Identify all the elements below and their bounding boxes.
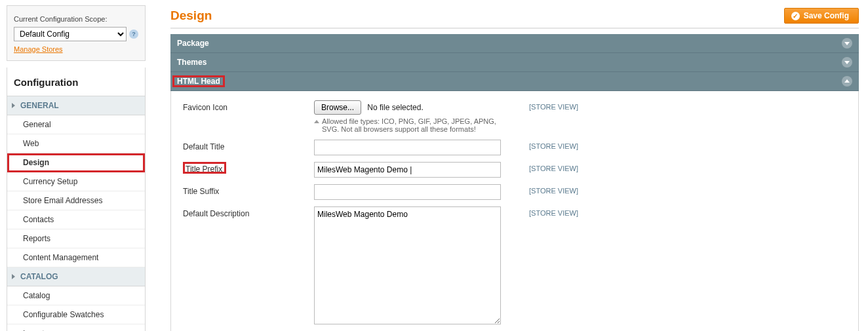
nav-section-label: CATALOG [20, 272, 58, 281]
nav-item-store-email-addresses[interactable]: Store Email Addresses [7, 191, 145, 210]
chevron-right-icon [12, 274, 15, 279]
save-config-button[interactable]: ✓ Save Config [784, 8, 859, 24]
html-head-body: Favicon Icon Browse... No file selected.… [170, 91, 859, 331]
sidebar-title: Configuration [14, 77, 138, 88]
nav-item-inventory[interactable]: Inventory [7, 324, 145, 331]
title-suffix-input[interactable] [314, 184, 501, 200]
scope-select[interactable]: Default Config [14, 27, 127, 41]
favicon-file-status: No file selected. [367, 103, 423, 112]
chevron-down-icon [842, 57, 852, 68]
accordion-head-label: Themes [177, 58, 207, 67]
default-description-scope: [STORE VIEW] [529, 206, 578, 217]
title-suffix-scope: [STORE VIEW] [529, 184, 578, 195]
title-prefix-label: Title Prefix [183, 162, 226, 174]
save-config-label: Save Config [804, 11, 849, 20]
favicon-browse-button[interactable]: Browse... [314, 100, 361, 115]
nav-item-catalog[interactable]: Catalog [7, 286, 145, 305]
accordion-head-html-head[interactable]: HTML Head [170, 72, 859, 91]
nav-section[interactable]: CATALOG [7, 267, 145, 286]
check-icon: ✓ [791, 12, 800, 20]
nav-item-general[interactable]: General [7, 115, 145, 134]
accordion-head-label: Package [177, 39, 209, 48]
chevron-right-icon [12, 103, 15, 108]
hint-caret-icon [314, 120, 319, 123]
accordion-head-package[interactable]: Package [170, 34, 859, 53]
default-title-label: Default Title [183, 140, 314, 151]
default-title-input[interactable] [314, 140, 501, 155]
chevron-down-icon [842, 38, 852, 49]
help-icon[interactable]: ? [129, 29, 138, 39]
divider [170, 28, 859, 29]
nav-item-design[interactable]: Design [7, 153, 145, 172]
title-prefix-input[interactable] [314, 162, 501, 178]
favicon-scope: [STORE VIEW] [529, 100, 578, 111]
title-prefix-scope: [STORE VIEW] [529, 162, 578, 172]
nav-item-contacts[interactable]: Contacts [7, 210, 145, 229]
default-title-scope: [STORE VIEW] [529, 140, 578, 150]
nav-item-content-management[interactable]: Content Management [7, 248, 145, 267]
scope-label: Current Configuration Scope: [14, 15, 138, 23]
default-description-label: Default Description [183, 206, 314, 218]
scope-box: Current Configuration Scope: Default Con… [7, 5, 146, 61]
nav-section-label: GENERAL [20, 101, 59, 110]
title-suffix-label: Title Suffix [183, 184, 314, 196]
nav-section[interactable]: GENERAL [7, 96, 145, 115]
default-description-input[interactable] [314, 206, 501, 324]
nav-list: GENERALGeneralWebDesignCurrency SetupSto… [7, 96, 146, 331]
nav-item-web[interactable]: Web [7, 134, 145, 153]
manage-stores-link[interactable]: Manage Stores [14, 45, 63, 53]
chevron-up-icon [842, 76, 852, 87]
nav-item-configurable-swatches[interactable]: Configurable Swatches [7, 305, 145, 324]
page-title: Design [170, 9, 212, 23]
nav-item-currency-setup[interactable]: Currency Setup [7, 172, 145, 191]
accordion-head-themes[interactable]: Themes [170, 53, 859, 72]
accordion-head-label: HTML Head [174, 77, 224, 86]
favicon-hint: Allowed file types: ICO, PNG, GIF, JPG, … [322, 117, 499, 133]
favicon-label: Favicon Icon [183, 100, 314, 112]
nav-item-reports[interactable]: Reports [7, 229, 145, 248]
